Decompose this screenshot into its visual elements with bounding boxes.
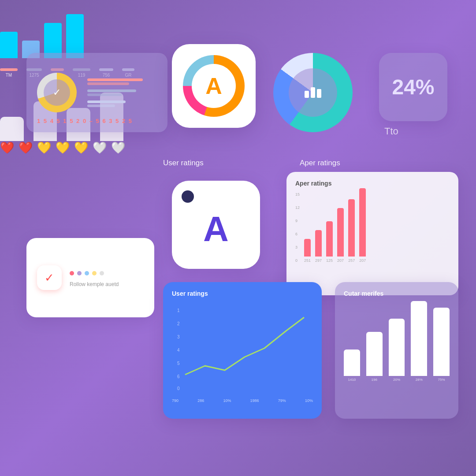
wbar-1 [344, 350, 360, 376]
legend-bar-2b [87, 93, 122, 96]
percent-value: 24% [392, 75, 434, 99]
wbar-5 [433, 308, 450, 376]
user-ratings-line-chart: User ratings 1 2 3 4 5 6 0 790 286 10% 1… [163, 282, 322, 419]
donut-ring: ✓ [37, 73, 77, 112]
heart-1: ❤️ [0, 141, 14, 155]
teal-inner [289, 68, 337, 117]
donut-inner: ✓ [44, 79, 70, 106]
legend-item-2 [87, 89, 157, 96]
aper-bar-2 [315, 230, 322, 257]
donut-legend [87, 78, 157, 107]
legend-bar-1b [87, 82, 129, 85]
aper-bar-chart: 251 297 125 207 257 207 [304, 192, 366, 263]
mini-bar-chart [0, 0, 115, 62]
line-x-labels: 790 286 10% 1986 79% 10% [172, 398, 313, 403]
heart-2: ❤️ [19, 141, 33, 155]
teal-donut-container [273, 53, 361, 141]
white-bar-1 [0, 117, 24, 141]
percent-card: 24% [379, 53, 447, 121]
dot-1 [70, 271, 74, 275]
dot-4 [92, 271, 97, 275]
app-b-dot [182, 190, 194, 203]
wbar-xlabel-4: 28% [416, 378, 423, 382]
app-icon-white-card: A [172, 181, 260, 269]
notification-card: ✓ Rollow kemple auetd [26, 238, 154, 317]
aper-bar-6 [359, 188, 366, 257]
donut-card: ✓ 1 5 4 5 1 5 2 0 – 5 6 3 5 2 5 [26, 53, 167, 132]
line-xlabel-2: 286 [197, 398, 204, 403]
legend-bar-1 [87, 78, 143, 81]
svg-text:4: 4 [177, 348, 180, 353]
ylabel-6: 6 [295, 232, 300, 236]
tib-3 [317, 89, 321, 98]
aper-bar-col-6: 207 [359, 188, 366, 263]
legend-item-1 [87, 78, 157, 85]
line-xlabel-6: 10% [305, 398, 313, 403]
heart-3: 💛 [37, 141, 51, 155]
aper-bar-1 [304, 239, 311, 257]
svg-text:5: 5 [177, 361, 180, 366]
ylabel-0: 0 [295, 258, 300, 263]
aper-chart-title: Aper ratings [295, 180, 450, 187]
line-chart-svg: 1 2 3 4 5 6 0 [172, 300, 313, 397]
ylabel-15: 15 [295, 192, 300, 197]
notif-dots [70, 271, 119, 275]
aper-bar-5 [348, 199, 355, 257]
ylabel-9: 9 [295, 219, 300, 223]
mini-bar-4 [66, 14, 84, 58]
notif-check-icon: ✓ [45, 271, 54, 285]
line-xlabel-4: 1986 [250, 398, 259, 403]
tto-label: Tto [384, 126, 398, 137]
line-xlabel-1: 790 [172, 398, 178, 403]
aper-xlabel-4: 207 [337, 258, 344, 263]
wbar-3 [389, 319, 405, 376]
app-icon-letter: A [192, 64, 236, 108]
stat-text-tm: TM [6, 73, 12, 78]
svg-text:1: 1 [177, 308, 180, 313]
heart-6: 🤍 [93, 141, 107, 155]
dot-3 [85, 271, 89, 275]
cutar-bar-chart: 1410 196 20% 28% 75% [344, 302, 450, 382]
aper-xlabel-2: 297 [315, 258, 322, 263]
app-icon-ring: A [183, 55, 245, 117]
teal-bars-icon [305, 87, 321, 98]
aper-xlabel-3: 125 [326, 258, 333, 263]
notif-text: Rollow kemple auetd [70, 281, 119, 288]
wbar-xlabel-1: 1410 [348, 378, 356, 382]
legend-item-3 [87, 100, 157, 107]
aper-bar-col-2: 297 [315, 230, 322, 263]
wbar-col-2: 196 [366, 332, 383, 382]
aper-ratings-chart: Aper ratings 15 12 9 6 3 0 251 297 125 [286, 172, 458, 295]
aper-bar-col-5: 257 [348, 199, 355, 263]
aper-bar-col-4: 207 [337, 208, 344, 263]
notif-content: Rollow kemple auetd [70, 268, 119, 288]
svg-text:3: 3 [177, 335, 180, 339]
wbar-col-1: 1410 [344, 350, 360, 382]
aper-y-axis: 15 12 9 6 3 0 [295, 192, 300, 263]
wbar-xlabel-2: 196 [372, 378, 377, 382]
stat-bar-tm [0, 68, 18, 71]
teal-ring [273, 53, 353, 132]
heart-5: 💛 [74, 141, 88, 155]
wbar-xlabel-3: 20% [393, 378, 400, 382]
heart-7: 🤍 [111, 141, 125, 155]
aper-bar-3 [326, 221, 333, 257]
aper-bar-col-1: 251 [304, 239, 311, 263]
dot-2 [77, 271, 82, 275]
donut-numbers: 1 5 4 5 1 5 2 0 – 5 6 3 5 2 5 [37, 118, 133, 124]
mini-bar-1 [0, 32, 18, 58]
cutar-chart-title: Cutar merifes [344, 290, 450, 297]
tib-2 [311, 87, 315, 98]
heart-4: 💛 [56, 141, 70, 155]
wbar-2 [366, 332, 383, 376]
aper-xlabel-1: 251 [304, 258, 311, 263]
notif-icon-wrap: ✓ [37, 265, 62, 290]
wbar-4 [411, 301, 427, 376]
hearts-row: ❤️ ❤️ 💛 💛 💛 🤍 🤍 [0, 141, 476, 155]
wbar-xlabel-5: 75% [438, 378, 445, 382]
line-path [185, 317, 304, 375]
aper-xlabel-6: 207 [359, 258, 366, 263]
app-icon-orange-card: A [172, 44, 256, 128]
legend-bar-3b [87, 104, 115, 107]
line-chart-area: 1 2 3 4 5 6 0 [172, 300, 313, 397]
